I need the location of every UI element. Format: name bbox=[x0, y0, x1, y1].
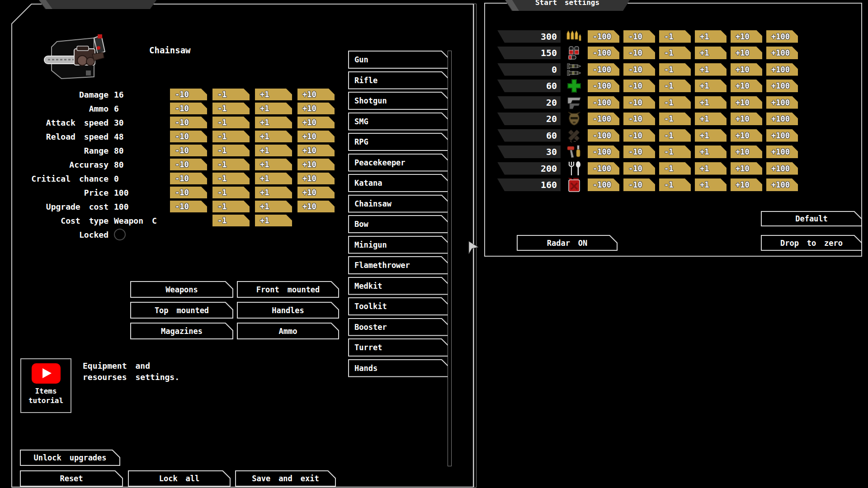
resource-helmet--10-button[interactable]: -10 bbox=[623, 113, 655, 125]
resource-medkit-cross--100-button[interactable]: +100 bbox=[766, 80, 798, 92]
resource-medkit-cross--100-button[interactable]: -100 bbox=[588, 80, 619, 92]
stat-adjust-upgrade-cost--10-button[interactable]: +10 bbox=[297, 201, 335, 212]
stat-adjust-damage--10-button[interactable]: -10 bbox=[170, 89, 207, 100]
stat-adjust-attack-speed--10-button[interactable]: -10 bbox=[170, 117, 207, 128]
stat-adjust-cost-type--1-button[interactable]: +1 bbox=[255, 215, 292, 226]
resource-medkit-cross--10-button[interactable]: -10 bbox=[623, 80, 655, 92]
reset-button[interactable]: Reset bbox=[20, 470, 123, 487]
resource-cutlery--100-button[interactable]: +100 bbox=[766, 162, 798, 175]
resource-bullets--100-button[interactable]: +100 bbox=[766, 30, 798, 43]
stat-adjust-critical-chance--10-button[interactable]: +10 bbox=[297, 173, 335, 184]
weapon-list-item-medkit[interactable]: Medkit bbox=[348, 277, 449, 295]
stat-adjust-accurasy--10-button[interactable]: -10 bbox=[170, 159, 207, 170]
resource-fuel-can--1-button[interactable]: +1 bbox=[695, 178, 726, 191]
weapon-list-item-flamethrower[interactable]: Flamethrower bbox=[348, 256, 449, 274]
weapon-list-item-chainsaw[interactable]: Chainsaw bbox=[348, 195, 449, 213]
stat-adjust-upgrade-cost--1-button[interactable]: +1 bbox=[255, 201, 292, 212]
resource-tools--100-button[interactable]: -100 bbox=[588, 145, 619, 158]
resource-bullets--100-button[interactable]: -100 bbox=[588, 30, 619, 43]
weapon-list-item-turret[interactable]: Turret bbox=[348, 338, 449, 357]
weapon-list-item-bow[interactable]: Bow bbox=[348, 215, 449, 233]
resource-rockets--100-button[interactable]: -100 bbox=[588, 63, 619, 76]
resource-pistols--100-button[interactable]: +100 bbox=[766, 96, 798, 109]
stat-adjust-reload-speed--1-button[interactable]: -1 bbox=[212, 131, 250, 142]
resource-fuel-can--10-button[interactable]: +10 bbox=[731, 178, 762, 191]
stat-adjust-critical-chance--1-button[interactable]: -1 bbox=[212, 173, 250, 184]
resource-fuel-can--10-button[interactable]: -10 bbox=[623, 178, 655, 191]
resource-tools--10-button[interactable]: -10 bbox=[623, 145, 655, 158]
resource-scrap--1-button[interactable]: -1 bbox=[659, 129, 691, 142]
stat-adjust-critical-chance--10-button[interactable]: -10 bbox=[170, 173, 207, 184]
resource-shells--100-button[interactable]: -100 bbox=[588, 47, 619, 59]
stat-adjust-range--10-button[interactable]: -10 bbox=[170, 145, 207, 156]
resource-bullets--1-button[interactable]: -1 bbox=[659, 30, 691, 43]
resource-medkit-cross--1-button[interactable]: +1 bbox=[695, 80, 726, 92]
resource-tools--1-button[interactable]: +1 bbox=[695, 145, 726, 158]
resource-rockets--10-button[interactable]: +10 bbox=[731, 63, 762, 76]
stat-adjust-upgrade-cost--1-button[interactable]: -1 bbox=[212, 201, 250, 212]
resource-pistols--1-button[interactable]: -1 bbox=[659, 96, 691, 109]
stat-adjust-reload-speed--1-button[interactable]: +1 bbox=[255, 131, 292, 142]
weapon-list-scrollbar[interactable] bbox=[448, 51, 452, 466]
stat-adjust-range--1-button[interactable]: -1 bbox=[212, 145, 250, 156]
save-and-exit-button[interactable]: Save and exit bbox=[235, 470, 336, 487]
resource-shells--100-button[interactable]: +100 bbox=[766, 47, 798, 59]
resource-rockets--1-button[interactable]: -1 bbox=[659, 63, 691, 76]
stat-adjust-ammo--10-button[interactable]: -10 bbox=[170, 103, 207, 114]
resource-scrap--10-button[interactable]: -10 bbox=[623, 129, 655, 142]
category-magazines-button[interactable]: Magazines bbox=[130, 323, 233, 339]
resource-medkit-cross--10-button[interactable]: +10 bbox=[731, 80, 762, 92]
stat-adjust-critical-chance--1-button[interactable]: +1 bbox=[255, 173, 292, 184]
stat-adjust-price--10-button[interactable]: -10 bbox=[170, 187, 207, 198]
category-top-mounted-button[interactable]: Top mounted bbox=[130, 302, 233, 319]
start-settings-tab[interactable]: Start settings bbox=[503, 0, 632, 11]
resource-cutlery--10-button[interactable]: -10 bbox=[623, 162, 655, 175]
stat-adjust-accurasy--1-button[interactable]: -1 bbox=[212, 159, 250, 170]
resource-cutlery--1-button[interactable]: +1 bbox=[695, 162, 726, 175]
resource-rockets--100-button[interactable]: +100 bbox=[766, 63, 798, 76]
stat-adjust-damage--1-button[interactable]: -1 bbox=[212, 89, 250, 100]
weapon-list-item-toolkit[interactable]: Toolkit bbox=[348, 297, 449, 315]
resource-bullets--1-button[interactable]: +1 bbox=[695, 30, 726, 43]
stat-adjust-damage--10-button[interactable]: +10 bbox=[297, 89, 335, 100]
stat-adjust-price--10-button[interactable]: +10 bbox=[297, 187, 335, 198]
category-ammo-button[interactable]: Ammo bbox=[237, 323, 339, 339]
resource-shells--1-button[interactable]: -1 bbox=[659, 47, 691, 59]
resource-shells--10-button[interactable]: -10 bbox=[623, 47, 655, 59]
weapon-list-item-katana[interactable]: Katana bbox=[348, 174, 449, 192]
stat-adjust-cost-type--1-button[interactable]: -1 bbox=[212, 215, 250, 226]
stat-adjust-ammo--1-button[interactable]: -1 bbox=[212, 103, 250, 114]
weapon-list-item-hands[interactable]: Hands bbox=[348, 359, 449, 377]
resource-tools--100-button[interactable]: +100 bbox=[766, 145, 798, 158]
weapon-list-item-rpg[interactable]: RPG bbox=[348, 133, 449, 151]
resource-tools--1-button[interactable]: -1 bbox=[659, 145, 691, 158]
resource-bullets--10-button[interactable]: +10 bbox=[731, 30, 762, 43]
stat-adjust-attack-speed--1-button[interactable]: +1 bbox=[255, 117, 292, 128]
resource-pistols--10-button[interactable]: -10 bbox=[623, 96, 655, 109]
lock-all-button[interactable]: Lock all bbox=[128, 470, 231, 487]
stat-adjust-accurasy--1-button[interactable]: +1 bbox=[255, 159, 292, 170]
resource-helmet--100-button[interactable]: +100 bbox=[766, 113, 798, 125]
stat-adjust-ammo--1-button[interactable]: +1 bbox=[255, 103, 292, 114]
resource-medkit-cross--1-button[interactable]: -1 bbox=[659, 80, 691, 92]
unlock-upgrades-button[interactable]: Unlock upgrades bbox=[20, 450, 120, 466]
resource-shells--1-button[interactable]: +1 bbox=[695, 47, 726, 59]
resource-pistols--1-button[interactable]: +1 bbox=[695, 96, 726, 109]
resource-scrap--100-button[interactable]: -100 bbox=[588, 129, 619, 142]
weapon-list-item-shotgun[interactable]: Shotgun bbox=[348, 92, 449, 110]
stat-adjust-reload-speed--10-button[interactable]: -10 bbox=[170, 131, 207, 142]
resource-pistols--100-button[interactable]: -100 bbox=[588, 96, 619, 109]
resource-pistols--10-button[interactable]: +10 bbox=[731, 96, 762, 109]
resource-cutlery--100-button[interactable]: -100 bbox=[588, 162, 619, 175]
resource-helmet--1-button[interactable]: +1 bbox=[695, 113, 726, 125]
locked-checkbox[interactable] bbox=[114, 229, 126, 240]
resource-scrap--1-button[interactable]: +1 bbox=[695, 129, 726, 142]
stat-adjust-attack-speed--10-button[interactable]: +10 bbox=[297, 117, 335, 128]
resource-scrap--10-button[interactable]: +10 bbox=[731, 129, 762, 142]
weapon-list-item-rifle[interactable]: Rifle bbox=[348, 71, 449, 89]
resource-rockets--1-button[interactable]: +1 bbox=[695, 63, 726, 76]
stat-adjust-attack-speed--1-button[interactable]: -1 bbox=[212, 117, 250, 128]
stat-adjust-range--10-button[interactable]: +10 bbox=[297, 145, 335, 156]
weapon-list-item-peacekeeper[interactable]: Peacekeeper bbox=[348, 154, 449, 172]
stat-adjust-reload-speed--10-button[interactable]: +10 bbox=[297, 131, 335, 142]
